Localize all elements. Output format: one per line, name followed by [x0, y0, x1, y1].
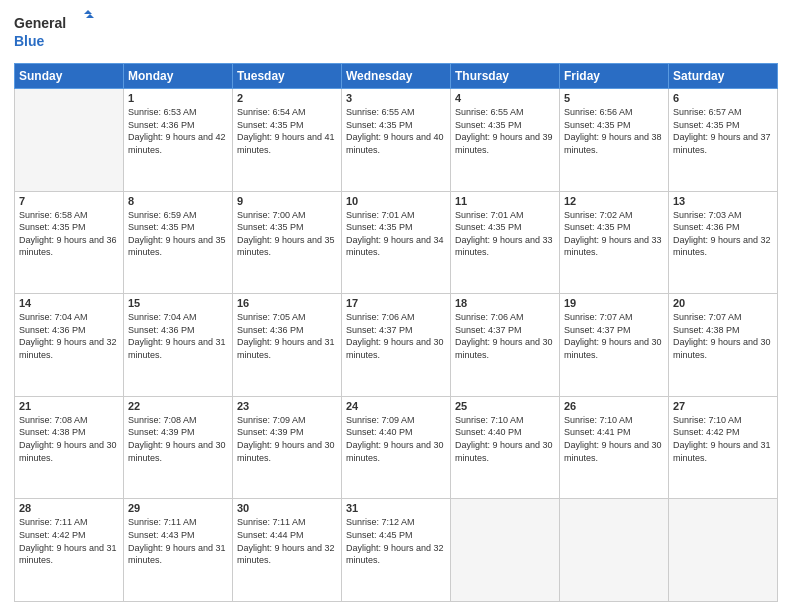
day-number: 6	[673, 92, 773, 104]
day-number: 13	[673, 195, 773, 207]
weekday-header-monday: Monday	[124, 64, 233, 89]
calendar-cell: 18Sunrise: 7:06 AMSunset: 4:37 PMDayligh…	[451, 294, 560, 397]
day-number: 31	[346, 502, 446, 514]
calendar-cell: 27Sunrise: 7:10 AMSunset: 4:42 PMDayligh…	[669, 396, 778, 499]
day-info: Sunrise: 7:04 AMSunset: 4:36 PMDaylight:…	[128, 311, 228, 361]
day-info: Sunrise: 7:03 AMSunset: 4:36 PMDaylight:…	[673, 209, 773, 259]
day-number: 10	[346, 195, 446, 207]
weekday-header-row: SundayMondayTuesdayWednesdayThursdayFrid…	[15, 64, 778, 89]
day-info: Sunrise: 7:10 AMSunset: 4:41 PMDaylight:…	[564, 414, 664, 464]
day-number: 19	[564, 297, 664, 309]
calendar-cell: 20Sunrise: 7:07 AMSunset: 4:38 PMDayligh…	[669, 294, 778, 397]
day-info: Sunrise: 7:01 AMSunset: 4:35 PMDaylight:…	[346, 209, 446, 259]
calendar-table: SundayMondayTuesdayWednesdayThursdayFrid…	[14, 63, 778, 602]
day-info: Sunrise: 6:53 AMSunset: 4:36 PMDaylight:…	[128, 106, 228, 156]
day-info: Sunrise: 6:54 AMSunset: 4:35 PMDaylight:…	[237, 106, 337, 156]
calendar-cell: 28Sunrise: 7:11 AMSunset: 4:42 PMDayligh…	[15, 499, 124, 602]
week-row-1: 1Sunrise: 6:53 AMSunset: 4:36 PMDaylight…	[15, 89, 778, 192]
calendar-cell	[451, 499, 560, 602]
day-number: 20	[673, 297, 773, 309]
day-info: Sunrise: 7:06 AMSunset: 4:37 PMDaylight:…	[455, 311, 555, 361]
day-info: Sunrise: 6:59 AMSunset: 4:35 PMDaylight:…	[128, 209, 228, 259]
day-info: Sunrise: 7:00 AMSunset: 4:35 PMDaylight:…	[237, 209, 337, 259]
weekday-header-sunday: Sunday	[15, 64, 124, 89]
day-info: Sunrise: 6:55 AMSunset: 4:35 PMDaylight:…	[346, 106, 446, 156]
day-number: 18	[455, 297, 555, 309]
week-row-3: 14Sunrise: 7:04 AMSunset: 4:36 PMDayligh…	[15, 294, 778, 397]
day-info: Sunrise: 7:07 AMSunset: 4:38 PMDaylight:…	[673, 311, 773, 361]
day-info: Sunrise: 7:11 AMSunset: 4:42 PMDaylight:…	[19, 516, 119, 566]
calendar-cell: 17Sunrise: 7:06 AMSunset: 4:37 PMDayligh…	[342, 294, 451, 397]
calendar-cell: 29Sunrise: 7:11 AMSunset: 4:43 PMDayligh…	[124, 499, 233, 602]
day-info: Sunrise: 7:10 AMSunset: 4:40 PMDaylight:…	[455, 414, 555, 464]
calendar-cell: 6Sunrise: 6:57 AMSunset: 4:35 PMDaylight…	[669, 89, 778, 192]
day-info: Sunrise: 7:09 AMSunset: 4:40 PMDaylight:…	[346, 414, 446, 464]
calendar-cell: 23Sunrise: 7:09 AMSunset: 4:39 PMDayligh…	[233, 396, 342, 499]
day-number: 14	[19, 297, 119, 309]
calendar-cell: 15Sunrise: 7:04 AMSunset: 4:36 PMDayligh…	[124, 294, 233, 397]
weekday-header-wednesday: Wednesday	[342, 64, 451, 89]
day-number: 12	[564, 195, 664, 207]
calendar-cell: 10Sunrise: 7:01 AMSunset: 4:35 PMDayligh…	[342, 191, 451, 294]
day-info: Sunrise: 6:57 AMSunset: 4:35 PMDaylight:…	[673, 106, 773, 156]
day-number: 15	[128, 297, 228, 309]
week-row-2: 7Sunrise: 6:58 AMSunset: 4:35 PMDaylight…	[15, 191, 778, 294]
day-info: Sunrise: 6:56 AMSunset: 4:35 PMDaylight:…	[564, 106, 664, 156]
day-number: 9	[237, 195, 337, 207]
day-info: Sunrise: 7:08 AMSunset: 4:39 PMDaylight:…	[128, 414, 228, 464]
calendar-cell	[669, 499, 778, 602]
calendar-cell: 14Sunrise: 7:04 AMSunset: 4:36 PMDayligh…	[15, 294, 124, 397]
day-number: 11	[455, 195, 555, 207]
day-number: 1	[128, 92, 228, 104]
svg-marker-2	[84, 10, 92, 14]
logo-svg: General Blue	[14, 10, 94, 55]
calendar-cell: 31Sunrise: 7:12 AMSunset: 4:45 PMDayligh…	[342, 499, 451, 602]
calendar-cell: 16Sunrise: 7:05 AMSunset: 4:36 PMDayligh…	[233, 294, 342, 397]
day-number: 21	[19, 400, 119, 412]
day-number: 5	[564, 92, 664, 104]
svg-text:Blue: Blue	[14, 33, 45, 49]
day-info: Sunrise: 7:11 AMSunset: 4:44 PMDaylight:…	[237, 516, 337, 566]
calendar-cell: 12Sunrise: 7:02 AMSunset: 4:35 PMDayligh…	[560, 191, 669, 294]
day-number: 27	[673, 400, 773, 412]
day-number: 17	[346, 297, 446, 309]
calendar-cell: 11Sunrise: 7:01 AMSunset: 4:35 PMDayligh…	[451, 191, 560, 294]
main-container: General Blue SundayMondayTuesdayWednesda…	[0, 0, 792, 612]
day-info: Sunrise: 7:04 AMSunset: 4:36 PMDaylight:…	[19, 311, 119, 361]
day-number: 22	[128, 400, 228, 412]
calendar-cell: 22Sunrise: 7:08 AMSunset: 4:39 PMDayligh…	[124, 396, 233, 499]
svg-marker-3	[86, 14, 94, 18]
calendar-cell: 13Sunrise: 7:03 AMSunset: 4:36 PMDayligh…	[669, 191, 778, 294]
weekday-header-thursday: Thursday	[451, 64, 560, 89]
day-number: 25	[455, 400, 555, 412]
calendar-cell	[15, 89, 124, 192]
weekday-header-saturday: Saturday	[669, 64, 778, 89]
day-number: 26	[564, 400, 664, 412]
day-number: 4	[455, 92, 555, 104]
logo: General Blue	[14, 10, 94, 55]
day-info: Sunrise: 7:05 AMSunset: 4:36 PMDaylight:…	[237, 311, 337, 361]
day-info: Sunrise: 7:01 AMSunset: 4:35 PMDaylight:…	[455, 209, 555, 259]
day-number: 29	[128, 502, 228, 514]
calendar-cell: 4Sunrise: 6:55 AMSunset: 4:35 PMDaylight…	[451, 89, 560, 192]
day-number: 3	[346, 92, 446, 104]
day-info: Sunrise: 7:02 AMSunset: 4:35 PMDaylight:…	[564, 209, 664, 259]
day-number: 2	[237, 92, 337, 104]
day-info: Sunrise: 7:10 AMSunset: 4:42 PMDaylight:…	[673, 414, 773, 464]
day-number: 23	[237, 400, 337, 412]
day-info: Sunrise: 7:09 AMSunset: 4:39 PMDaylight:…	[237, 414, 337, 464]
calendar-cell: 5Sunrise: 6:56 AMSunset: 4:35 PMDaylight…	[560, 89, 669, 192]
calendar-cell: 24Sunrise: 7:09 AMSunset: 4:40 PMDayligh…	[342, 396, 451, 499]
calendar-cell: 8Sunrise: 6:59 AMSunset: 4:35 PMDaylight…	[124, 191, 233, 294]
day-info: Sunrise: 7:08 AMSunset: 4:38 PMDaylight:…	[19, 414, 119, 464]
calendar-cell	[560, 499, 669, 602]
day-info: Sunrise: 6:58 AMSunset: 4:35 PMDaylight:…	[19, 209, 119, 259]
weekday-header-tuesday: Tuesday	[233, 64, 342, 89]
day-info: Sunrise: 7:06 AMSunset: 4:37 PMDaylight:…	[346, 311, 446, 361]
calendar-cell: 7Sunrise: 6:58 AMSunset: 4:35 PMDaylight…	[15, 191, 124, 294]
day-number: 28	[19, 502, 119, 514]
day-info: Sunrise: 7:12 AMSunset: 4:45 PMDaylight:…	[346, 516, 446, 566]
calendar-cell: 1Sunrise: 6:53 AMSunset: 4:36 PMDaylight…	[124, 89, 233, 192]
day-number: 7	[19, 195, 119, 207]
calendar-cell: 26Sunrise: 7:10 AMSunset: 4:41 PMDayligh…	[560, 396, 669, 499]
